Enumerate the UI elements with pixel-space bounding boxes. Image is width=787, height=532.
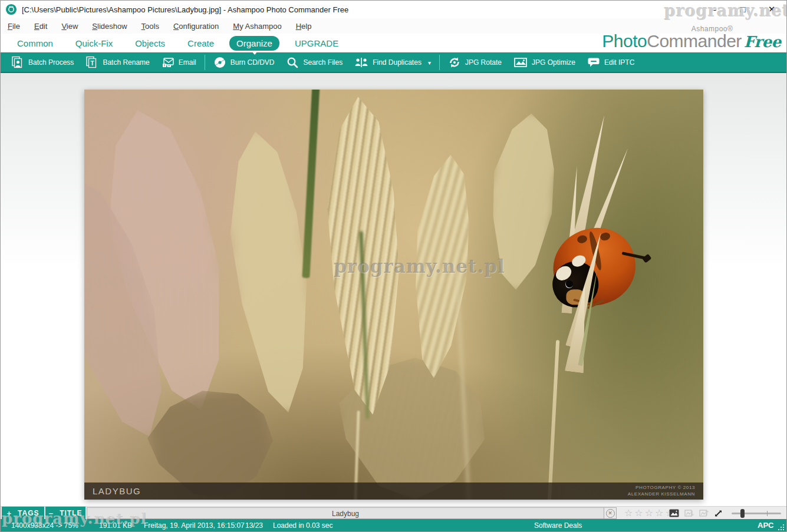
- status-image-index: 13/23: [245, 521, 263, 530]
- photo-ladybug[interactable]: LADYBUG PHOTOGRAPHY © 2013 ALEXANDER KIS…: [84, 90, 703, 500]
- find-duplicates-dropdown-icon[interactable]: ▾: [428, 60, 431, 66]
- rotate-icon: [448, 56, 461, 69]
- jpg-optimize-button[interactable]: JPG Optimize: [508, 53, 581, 72]
- jpg-rotate-button[interactable]: JPG Rotate: [442, 53, 508, 72]
- star-icon[interactable]: ☆: [655, 508, 663, 518]
- app-window: [C:\Users\Public\Pictures\Ashampoo Pictu…: [0, 0, 787, 532]
- tab-create[interactable]: Create: [180, 36, 221, 51]
- status-bar: 1400x933x24 -> 75% 191.01 KB Freitag, 19…: [1, 519, 786, 532]
- batch-process-icon: [11, 56, 24, 69]
- search-icon: [286, 56, 299, 69]
- close-button[interactable]: ✕: [765, 3, 778, 16]
- image-icon: [513, 56, 528, 69]
- fullscreen-icon[interactable]: [714, 509, 723, 518]
- toolbar-separator: [439, 55, 440, 70]
- menu-my-ashampoo[interactable]: My Ashampoo: [233, 22, 281, 31]
- tags-title-bar: + TAGS − TITLE ✕ ☆ ☆ ☆ ☆ ☆: [1, 506, 786, 519]
- status-brand-code: APC: [758, 521, 773, 530]
- plus-icon: +: [6, 509, 12, 518]
- tab-organize[interactable]: Organize: [229, 36, 279, 51]
- zoom-slider-tick: [767, 511, 768, 516]
- zoom-slider-thumb[interactable]: [740, 509, 745, 518]
- photo-caption-bar: LADYBUG PHOTOGRAPHY © 2013 ALEXANDER KIS…: [84, 483, 703, 500]
- speech-bubble-icon: [587, 56, 600, 69]
- minus-icon: −: [49, 509, 54, 518]
- menu-slideshow[interactable]: Slideshow: [92, 22, 127, 31]
- batch-rename-button[interactable]: T Batch Rename: [80, 53, 155, 72]
- svg-text:T: T: [91, 60, 94, 67]
- app-icon: [5, 4, 17, 15]
- status-file-size: 191.01 KB: [99, 521, 132, 530]
- grass-blade: [302, 90, 320, 278]
- minimize-button[interactable]: –: [707, 3, 720, 16]
- menu-view[interactable]: View: [61, 22, 78, 31]
- wheat-stalk: [482, 110, 562, 292]
- email-icon: f: [162, 56, 174, 69]
- star-rating: ☆ ☆ ☆ ☆ ☆: [624, 507, 674, 520]
- wheat-stalk: [141, 381, 281, 500]
- rotate-right-icon[interactable]: [699, 509, 709, 517]
- batch-process-button[interactable]: Batch Process: [5, 53, 80, 72]
- email-button[interactable]: f Email: [156, 53, 202, 72]
- find-duplicates-button[interactable]: Find Duplicates ▾: [348, 53, 437, 72]
- software-deals-link[interactable]: Software Deals: [534, 521, 582, 530]
- wheat-stem: [548, 340, 559, 500]
- menu-edit[interactable]: Edit: [34, 22, 47, 31]
- photo-caption: LADYBUG: [93, 486, 141, 496]
- batch-rename-icon: T: [85, 56, 98, 69]
- menu-help[interactable]: Help: [296, 22, 312, 31]
- menu-bar: File Edit View Slideshow Tools Configura…: [1, 18, 786, 34]
- tab-upgrade[interactable]: UPGRADE: [288, 36, 345, 51]
- photo-credit: PHOTOGRAPHY © 2013 ALEXANDER KISSELMANN: [628, 485, 695, 498]
- wheat-stalk: [405, 153, 478, 380]
- maximize-button[interactable]: □: [736, 3, 749, 16]
- edit-iptc-button[interactable]: Edit IPTC: [581, 53, 640, 72]
- search-files-button[interactable]: Search Files: [280, 53, 348, 72]
- tab-objects[interactable]: Objects: [128, 36, 172, 51]
- status-date: Freitag, 19. April 2013, 16:15:07: [144, 521, 245, 530]
- star-icon[interactable]: ☆: [634, 508, 643, 518]
- thumbnail-view-icon[interactable]: [669, 509, 679, 517]
- svg-text:f: f: [164, 64, 165, 67]
- star-icon[interactable]: ☆: [645, 508, 653, 518]
- remove-title-button[interactable]: − TITLE: [45, 507, 85, 520]
- clear-icon: ✕: [606, 509, 615, 518]
- tab-common[interactable]: Common: [10, 36, 60, 51]
- star-icon[interactable]: ☆: [624, 508, 633, 518]
- toolbar-separator: [205, 55, 205, 70]
- resize-grip-icon[interactable]: [776, 522, 784, 530]
- find-duplicates-icon: [354, 56, 368, 69]
- rotate-left-icon[interactable]: [684, 509, 694, 517]
- add-tags-button[interactable]: + TAGS: [2, 507, 44, 520]
- burn-cd-dvd-button[interactable]: Burn CD/DVD: [208, 53, 281, 72]
- title-input[interactable]: [87, 508, 604, 519]
- burn-disc-icon: [213, 56, 226, 69]
- photo-title-field: [87, 507, 604, 519]
- status-dimensions: 1400x933x24 -> 75%: [11, 521, 78, 530]
- menu-file[interactable]: File: [8, 22, 20, 31]
- main-toolbar: Batch Process T Batch Rename f Email: [1, 52, 786, 73]
- clear-title-button[interactable]: ✕: [604, 507, 617, 519]
- menu-tools[interactable]: Tools: [141, 22, 159, 31]
- title-bar: [C:\Users\Public\Pictures\Ashampoo Pictu…: [1, 1, 786, 18]
- view-controls: [669, 507, 723, 520]
- window-title: [C:\Users\Public\Pictures\Ashampoo Pictu…: [22, 5, 348, 14]
- ribbon-tab-bar: Common Quick-Fix Objects Create Organize…: [1, 34, 786, 52]
- zoom-slider[interactable]: [732, 507, 781, 520]
- tab-quick-fix[interactable]: Quick-Fix: [68, 36, 120, 51]
- menu-configuration[interactable]: Configuration: [173, 22, 219, 31]
- status-load-time: Loaded in 0.03 sec: [273, 521, 332, 530]
- viewer-area: LADYBUG PHOTOGRAPHY © 2013 ALEXANDER KIS…: [1, 73, 786, 506]
- zoom-slider-track[interactable]: [732, 513, 781, 514]
